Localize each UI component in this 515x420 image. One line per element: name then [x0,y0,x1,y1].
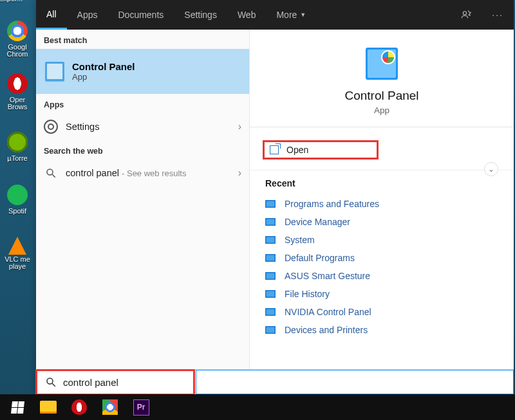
taskbar-opera[interactable] [64,394,94,420]
search-body: Best match Control Panel App Apps Settin… [36,30,514,369]
preview-column: Control Panel App Open ⌄ Recent Programs… [249,30,514,369]
start-button[interactable] [3,394,32,420]
applet-icon [265,272,276,280]
control-panel-icon [45,62,64,81]
recent-item[interactable]: Devices and Printers [265,321,498,339]
search-icon [45,167,57,179]
applet-icon [265,290,276,298]
taskbar-premiere[interactable]: Pr [126,394,156,420]
tab-apps[interactable]: Apps [67,0,108,30]
folder-icon [40,401,57,414]
taskbar-file-explorer[interactable] [33,394,63,420]
recent-item[interactable]: System [265,231,498,249]
svg-point-1 [47,169,53,175]
desktop-icon-chrome[interactable]: Googl Chrom [3,18,32,58]
search-icon [45,376,57,388]
applet-icon [265,254,276,262]
svg-point-0 [464,12,467,15]
search-tabs: All Apps Documents Settings Web More▼ ··… [36,0,514,30]
preview-title: Control Panel [250,89,514,103]
recent-item[interactable]: Programs and Features [265,195,498,213]
desktop-icon-vlc[interactable]: VLC me playe [3,230,32,270]
tab-web[interactable]: Web [227,0,267,30]
chevron-down-icon: ▼ [300,12,306,18]
results-column: Best match Control Panel App Apps Settin… [36,30,249,369]
best-match-title: Control Panel [72,61,135,72]
preview-actions: Open ⌄ [250,127,514,170]
tab-all[interactable]: All [36,0,67,30]
applet-icon [265,308,276,316]
recent-item[interactable]: ASUS Smart Gesture [265,267,498,285]
chrome-icon [102,399,118,415]
vlc-icon [8,237,26,255]
section-apps: Apps [36,94,249,113]
search-bar[interactable] [36,369,514,394]
tab-documents[interactable]: Documents [108,0,174,30]
ellipsis-icon: ··· [492,10,503,20]
feedback-button[interactable] [451,0,482,30]
feedback-icon [461,10,471,20]
svg-point-3 [47,378,53,384]
start-search-panel: All Apps Documents Settings Web More▼ ··… [36,0,514,394]
open-external-icon [270,145,279,154]
desktop-icons: Googl Chrom Oper Brows µTorre Spotif VLC… [3,0,32,270]
result-best-match[interactable]: Control Panel App [36,49,249,94]
applet-icon [265,218,276,226]
tab-more[interactable]: More▼ [266,0,316,30]
desktop-icon-spotify[interactable]: Spotif [3,175,32,215]
taskbar-chrome[interactable] [95,394,125,420]
spotify-icon [7,185,28,205]
recent-item[interactable]: File History [265,285,498,303]
preview-header: Control Panel App [250,30,514,127]
opera-icon [7,73,28,94]
tab-settings[interactable]: Settings [174,0,227,30]
applet-icon [265,236,276,244]
recent-label: Recent [265,178,498,188]
recent-section: Recent Programs and Features Device Mana… [250,170,514,347]
desktop-icon-opera[interactable]: Oper Brows [3,71,32,111]
chevron-right-icon: › [238,121,241,132]
gear-icon [44,120,58,134]
taskbar: Pr [0,394,515,420]
chevron-down-icon: ⌄ [488,165,494,174]
windows-logo-icon [11,401,24,414]
recent-item[interactable]: Default Programs [265,249,498,267]
applet-icon [265,200,276,208]
utorrent-icon [7,132,28,152]
desktop-icon-utorrent[interactable]: µTorre [3,122,32,162]
svg-line-2 [52,174,55,178]
preview-subtitle: App [250,105,514,115]
chevron-right-icon: › [238,167,241,179]
expand-actions-button[interactable]: ⌄ [484,162,498,176]
options-button[interactable]: ··· [482,0,514,30]
best-match-subtitle: App [72,72,135,82]
result-app-settings[interactable]: Settings › [36,113,249,140]
applet-icon [265,326,276,334]
search-input[interactable] [63,377,514,388]
premiere-icon: Pr [133,399,149,415]
open-button[interactable]: Open [263,140,379,160]
recent-item[interactable]: Device Manager [265,213,498,231]
chrome-icon [7,21,28,41]
svg-line-4 [52,383,55,387]
opera-icon [71,399,87,415]
control-panel-icon [366,48,398,80]
result-web-search[interactable]: control panel - See web results › [36,160,249,187]
section-best-match: Best match [36,30,249,49]
section-web: Search the web [36,140,249,160]
recent-item[interactable]: NVIDIA Control Panel [265,303,498,321]
